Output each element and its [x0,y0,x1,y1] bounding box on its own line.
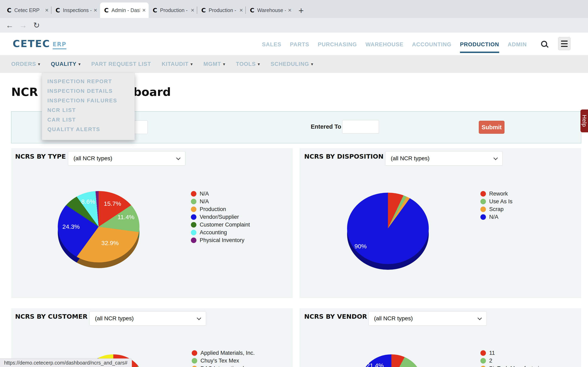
pie-slice-label: 11.4% [118,214,135,221]
ncr-type-filter-select[interactable]: (all NCR types) [89,311,206,325]
browser-tab[interactable]: CInspections - Workorder (S× [52,2,100,18]
menu-item-inspection-failures[interactable]: INSPECTION FAILURES [42,96,135,105]
menu-item-ncr-list[interactable]: NCR LIST [42,105,135,115]
sub-nav: ORDERS▾QUALITY▾PART REQUEST LISTKITAUDIT… [0,55,588,73]
browser-tab[interactable]: CProduction - Quality× [149,2,197,18]
browser-tab[interactable]: CProduction - Quality× [197,2,246,18]
nav-item-production[interactable]: PRODUCTION [460,35,499,53]
legend-item: 11 [480,349,545,357]
browser-toolbar: ← → ↻ demo.cetecerp.com/dashboard/ncrs_a… [0,18,588,33]
nav-item-parts[interactable]: PARTS [290,35,309,53]
nav-item-warehouse[interactable]: WAREHOUSE [365,35,403,53]
forward-button[interactable]: → [17,18,29,33]
caret-down-icon: ▾ [79,62,81,67]
subnav-item-orders[interactable]: ORDERS▾ [11,61,40,67]
tab-close-icon[interactable]: × [191,7,194,14]
subnav-item-label: PART REQUEST LIST [91,61,151,67]
legend-label: Accounting [200,229,227,236]
menu-item-car-list[interactable]: CAR LIST [42,115,135,125]
legend-label: BioTech Manufacturing [489,365,545,367]
legend-label: Scrap [489,206,504,212]
pie-slice-label: 21.4% [366,362,384,367]
subnav-item-part-request-list[interactable]: PART REQUEST LIST [91,61,151,67]
submit-button[interactable]: Submit [479,121,504,134]
tab-title: Warehouse - Receiving [257,7,286,13]
new-tab-button[interactable]: + [298,7,304,15]
legend-color-dot [192,358,197,364]
pie-slice-label: 15.7% [104,200,121,207]
menu-item-quality-alerts[interactable]: QUALITY ALERTS [42,125,135,134]
nav-item-admin[interactable]: ADMIN [508,35,527,53]
legend-label: N/A [200,191,209,197]
legend-color-dot [191,238,196,243]
browser-tab[interactable]: CAdmin - Dashboards× [100,2,149,18]
help-tab[interactable]: Help [580,109,588,132]
chart-legend: Applied Materials, Inc.Chuy's Tex MexDAC… [192,349,255,367]
tab-title: Production - Quality [160,7,189,13]
search-icon [541,41,547,47]
hamburger-icon [561,41,568,42]
tab-close-icon[interactable]: × [239,7,243,14]
legend-item: Applied Materials, Inc. [192,349,255,357]
pie-chart: 21.4% [361,354,422,367]
nav-item-purchasing[interactable]: PURCHASING [318,35,357,53]
pie-slice-label: 32.9% [101,240,119,247]
back-button[interactable]: ← [4,18,15,33]
legend-color-dot [191,191,196,197]
legend-label: N/A [489,214,498,220]
status-bar-url: https://demo.cetecerp.com/dashboard/ncrs… [0,359,132,367]
subnav-item-mgmt[interactable]: MGMT▾ [203,61,225,67]
reload-icon: ↻ [33,21,40,30]
hamburger-menu-button[interactable] [558,37,571,50]
subnav-item-kitaudit[interactable]: KITAUDIT▾ [162,61,193,67]
subnav-item-label: SCHEDULING [270,61,309,67]
pie-chart: 15.7%11.4%32.9%24.3%8.6% [58,191,139,262]
ncr-type-filter-select[interactable]: (all NCR types) [369,311,487,325]
menu-item-inspection-report[interactable]: INSPECTION REPORT [42,77,135,86]
ncr-type-filter-select[interactable]: (all NCR types) [385,151,503,166]
tab-close-icon[interactable]: × [142,7,146,14]
caret-down-icon: ▾ [223,62,225,67]
tab-title: Production - Quality [209,7,237,13]
legend-item: Use As Is [480,198,512,205]
tab-close-icon[interactable]: × [288,7,292,14]
panel-ncrs-by-disposition: NCRS BY DISPOSITION (all NCR types) 90% … [300,148,581,298]
tab-strip: CCetec ERP×CInspections - Workorder (S×C… [0,0,588,18]
browser-tab[interactable]: CWarehouse - Receiving× [246,2,294,18]
legend-color-dot [191,230,196,235]
legend-item: N/A [191,198,250,205]
nav-item-accounting[interactable]: ACCOUNTING [412,35,451,53]
reload-button[interactable]: ↻ [31,18,42,33]
subnav-item-scheduling[interactable]: SCHEDULING▾ [270,61,313,67]
logo-text: CETEC [13,38,50,49]
main-nav: SALESPARTSPURCHASINGWAREHOUSEACCOUNTINGP… [262,33,527,55]
ncr-type-filter-select[interactable]: (all NCR types) [68,151,185,166]
select-value: (all NCR types) [95,315,134,322]
search-button[interactable] [535,33,553,55]
legend-label: Physical Inventory [200,237,244,243]
menu-item-inspection-details[interactable]: INSPECTION DETAILS [42,86,135,96]
subnav-item-tools[interactable]: TOOLS▾ [236,61,260,67]
pie-slice-label: 8.6% [81,198,95,205]
legend-item: Scrap [480,205,512,213]
cetec-favicon-icon: C [56,7,60,14]
nav-item-sales[interactable]: SALES [262,35,281,53]
cetec-favicon-icon: C [7,7,11,14]
chart-title: NCRS BY VENDOR [304,313,367,320]
legend-color-dot [480,207,486,212]
panel-ncrs-by-vendor: NCRS BY VENDOR (all NCR types) 21.4% 112… [300,308,581,367]
chart-title: NCRS BY TYPE [15,153,66,160]
subnav-item-label: KITAUDIT [162,61,189,67]
tab-close-icon[interactable]: × [45,7,49,14]
legend-color-dot [480,358,486,364]
tab-close-icon[interactable]: × [94,7,97,14]
legend-color-dot [480,366,486,367]
legend-item: N/A [480,213,512,221]
chart-legend: 112BioTech Manufacturing [480,349,545,367]
entered-to-input[interactable] [342,120,379,133]
subnav-item-quality[interactable]: QUALITY▾ [51,61,81,67]
browser-tab[interactable]: CCetec ERP× [3,2,52,18]
cetec-logo[interactable]: CETEC ERP [13,38,66,49]
legend-label: 2 [489,358,492,364]
legend-label: Vendor/Supplier [200,214,239,220]
